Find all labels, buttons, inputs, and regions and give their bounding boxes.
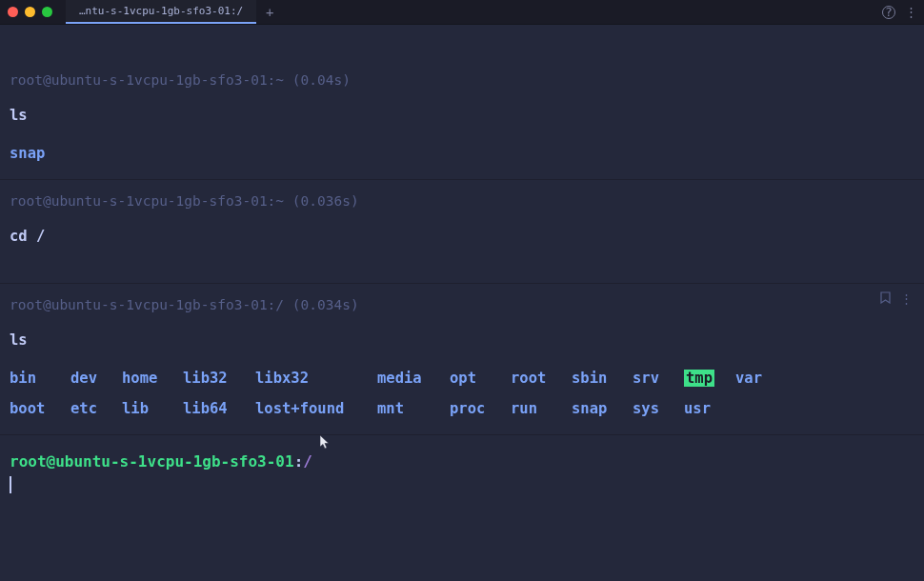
bookmark-icon[interactable] (880, 291, 891, 307)
command-block[interactable]: root@ubuntu-s-1vcpu-1gb-sfo3-01:~ (0.04s… (0, 25, 924, 179)
dir-entry (735, 400, 787, 417)
dir-entry: home (122, 370, 183, 387)
command-text: cd / (10, 228, 914, 245)
prompt-context: root@ubuntu-s-1vcpu-1gb-sfo3-01:~ (0.04s… (10, 72, 914, 88)
window-controls (8, 7, 52, 17)
dir-entry: var (735, 370, 787, 387)
dir-entry: lib (122, 400, 183, 417)
dir-entry: usr (684, 400, 735, 417)
dir-entry: sys (633, 400, 684, 417)
prompt-cwd: / (303, 452, 312, 471)
terminal[interactable]: root@ubuntu-s-1vcpu-1gb-sfo3-01:~ (0.04s… (0, 25, 924, 499)
command-text: ls (10, 331, 914, 349)
dir-entry: root (511, 370, 572, 387)
dir-entry: dev (70, 370, 122, 387)
dir-entry: proc (450, 400, 511, 417)
dir-entry: snap (10, 145, 45, 162)
prompt-context: root@ubuntu-s-1vcpu-1gb-sfo3-01:~ (0.036… (10, 193, 914, 209)
dir-entry: boot (10, 400, 70, 417)
more-menu-icon[interactable]: ⋮ (905, 5, 916, 19)
command-output: snap (10, 145, 914, 162)
tabs: …ntu-s-1vcpu-1gb-sfo3-01:/ + (66, 0, 283, 24)
dir-entry: opt (450, 370, 511, 387)
prompt-colon: : (294, 452, 304, 471)
close-window-icon[interactable] (8, 7, 18, 17)
minimize-window-icon[interactable] (25, 7, 35, 17)
prompt-user-host: root@ubuntu-s-1vcpu-1gb-sfo3-01 (10, 452, 294, 471)
dir-entry: lost+found (255, 400, 377, 417)
command-block[interactable]: ⋮ root@ubuntu-s-1vcpu-1gb-sfo3-01:/ (0.0… (0, 283, 924, 434)
input-line[interactable] (10, 476, 914, 493)
block-more-icon[interactable]: ⋮ (900, 291, 913, 307)
dir-entry: srv (633, 370, 684, 387)
tab-active[interactable]: …ntu-s-1vcpu-1gb-sfo3-01:/ (66, 0, 256, 24)
dir-entry: tmp (684, 370, 714, 387)
command-output: bindevhomelib32libx32mediaoptrootsbinsrv… (10, 370, 914, 417)
dir-entry: snap (572, 400, 633, 417)
prompt-context: root@ubuntu-s-1vcpu-1gb-sfo3-01:/ (0.034… (10, 297, 914, 312)
new-tab-button[interactable]: + (256, 0, 283, 24)
dir-entry: lib64 (183, 400, 255, 417)
dir-entry: sbin (572, 370, 633, 387)
current-prompt: root@ubuntu-s-1vcpu-1gb-sfo3-01:/ (10, 452, 914, 471)
current-prompt-block[interactable]: root@ubuntu-s-1vcpu-1gb-sfo3-01:/ (0, 434, 924, 499)
title-bar: …ntu-s-1vcpu-1gb-sfo3-01:/ + ? ⋮ (0, 0, 924, 25)
dir-entry: lib32 (183, 370, 255, 387)
dir-entry: run (511, 400, 572, 417)
command-text: ls (10, 107, 914, 124)
block-toolbar: ⋮ (880, 291, 913, 307)
dir-entry: media (377, 370, 450, 387)
help-icon[interactable]: ? (882, 6, 895, 19)
dir-entry: etc (70, 400, 122, 417)
dir-entry: mnt (377, 400, 450, 417)
maximize-window-icon[interactable] (42, 7, 52, 17)
title-bar-right: ? ⋮ (882, 5, 916, 19)
dir-entry: bin (10, 370, 70, 387)
text-cursor-icon (10, 476, 11, 493)
dir-entry: libx32 (255, 370, 377, 387)
command-block[interactable]: root@ubuntu-s-1vcpu-1gb-sfo3-01:~ (0.036… (0, 179, 924, 283)
